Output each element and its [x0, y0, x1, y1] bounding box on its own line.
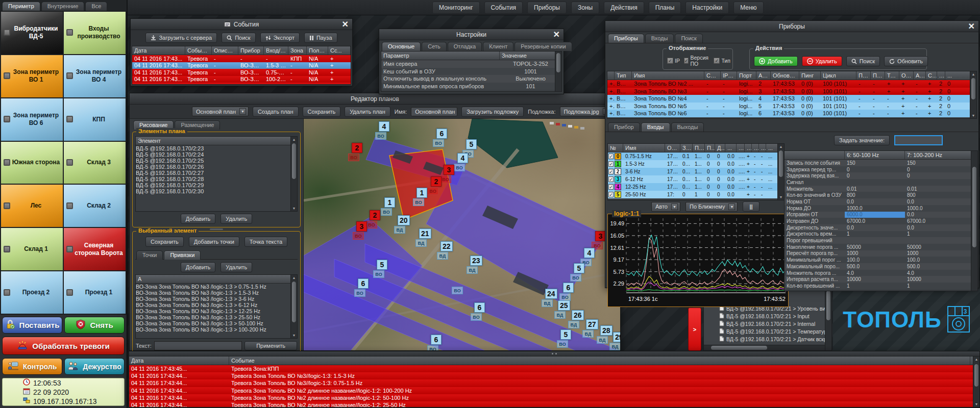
zone-tile[interactable]: Склад 2: [64, 185, 126, 227]
map-marker[interactable]: 6ВО: [563, 283, 574, 301]
plan-element-item[interactable]: ВД-5 @192.168.0.170/2:25: [136, 158, 297, 164]
devices-table-col-header[interactable]: Пинг: [799, 71, 821, 80]
binding-item[interactable]: ВО-Зона Зона Тополь ВО №3 /logic-1:3 > 0…: [136, 284, 297, 290]
device-add-button[interactable]: Добавить: [754, 56, 798, 66]
events-table-row[interactable]: 04 11 2016 17:43Тревога-ВО-Зон50-100-N/A…: [132, 83, 351, 85]
scroll-down-arrow[interactable]: ▼: [291, 206, 297, 211]
param-value-1[interactable]: 0: [845, 172, 905, 179]
plan-editor-titlebar[interactable]: Редактор планов: [130, 93, 620, 105]
binding-item[interactable]: ВО-Зона Зона Тополь ВО №3 /logic-1:3 > 1…: [136, 326, 297, 333]
bindings-list-scrollbar[interactable]: ▲▼: [290, 275, 297, 338]
param-row[interactable]: Интервал расчета п...1000010000: [785, 276, 977, 283]
delete-plan-button[interactable]: Удалить план: [345, 107, 390, 117]
param-value-2[interactable]: 1000: [905, 250, 977, 257]
selected-tab-Привязки[interactable]: Привязки: [164, 250, 201, 260]
log-row[interactable]: 04 11 2016 17:43:44...Тревога Зона Топол…: [129, 387, 979, 394]
zone-checkbox[interactable]: [66, 202, 73, 209]
zone-tile[interactable]: Зона периметр ВО 1: [1, 55, 63, 97]
devices-table-col-header[interactable]: Сер...: [704, 71, 721, 80]
inputs-col-header[interactable]: Имя: [623, 144, 665, 152]
map-marker-alarm[interactable]: 3ВО: [444, 165, 454, 183]
zone-tile[interactable]: Входы производство: [64, 12, 126, 54]
param-value-1[interactable]: 800: [845, 192, 905, 198]
plan-element-item[interactable]: ВД-5 @192.168.0.170/2:24: [136, 151, 297, 158]
input-row[interactable]: ✓23-6 Hz17:...0....1...000.0...+--...: [608, 168, 784, 175]
map-marker[interactable]: 26ВД: [572, 310, 584, 328]
binding-item[interactable]: ВО-Зона Зона Тополь ВО №3 /logic-1:3 > 2…: [136, 314, 297, 320]
settings-scrollbar[interactable]: [555, 52, 561, 91]
events-table-col-header[interactable]: Вход/вы...: [264, 46, 288, 55]
param-row[interactable]: Кол-во значений в ОЗУ800800: [785, 192, 977, 198]
signal-chart[interactable]: logic-1:1 19.4916.0512.619.175.732.2917:…: [607, 214, 789, 307]
params-col-header[interactable]: 6: 50-100 Hz: [845, 151, 905, 159]
display-checkbox-Версия ПО[interactable]: ✓Версия ПО: [684, 55, 709, 67]
settings-table-row[interactable]: Имя сервераTOPOL-3-252: [381, 60, 561, 68]
device-refresh-button[interactable]: Обновить: [884, 56, 928, 66]
param-row[interactable]: Норма ОТ0.00.0: [785, 198, 977, 205]
param-row[interactable]: Кол-во превышений ...11: [785, 283, 977, 289]
map-marker[interactable]: 5ВО: [560, 329, 571, 348]
map-marker[interactable]: 6ВО: [474, 302, 485, 321]
map-marker[interactable]: 28ВД: [600, 325, 612, 344]
inputs-col-header[interactable]: ...: [752, 144, 759, 152]
checkbox-icon[interactable]: ✓: [608, 161, 614, 167]
param-value-1[interactable]: 0: [845, 166, 905, 173]
input-row[interactable]: ✓00.75-1.5 Hz17:...0.11...000.0...+--...: [608, 152, 784, 160]
tree-hscrollbar[interactable]: [704, 345, 825, 350]
zone-checkbox[interactable]: [4, 159, 10, 166]
param-value-2[interactable]: 4.0: [905, 270, 977, 276]
map-marker[interactable]: 4ВО: [584, 248, 595, 266]
param-row[interactable]: Задержка перед тр...00: [785, 166, 977, 173]
settings-table-row[interactable]: Отключить вывод в локальную консольВыклю…: [381, 75, 561, 83]
zone-checkbox[interactable]: [66, 289, 73, 296]
params-scrollbar[interactable]: [971, 151, 977, 291]
param-value-1[interactable]: 1: [845, 283, 905, 289]
scroll-down-arrow[interactable]: ▼: [291, 333, 297, 338]
element-add-button[interactable]: Добавить: [181, 214, 216, 224]
plan-element-item[interactable]: ВД-5 @192.168.0.170/2:28: [136, 176, 297, 182]
selected-tab-Точки[interactable]: Точки: [136, 250, 163, 260]
inputs-col-header[interactable]: П...: [705, 144, 715, 152]
map-marker[interactable]: 20ВД: [398, 215, 410, 234]
devices-table-col-header[interactable]: Цикл: [821, 71, 856, 80]
events-table-col-header[interactable]: Сс...: [328, 46, 351, 55]
zone-tile[interactable]: Проезд 1: [64, 271, 126, 314]
param-value-2[interactable]: 67000.0: [905, 218, 977, 224]
checkbox-icon[interactable]: ✓: [608, 154, 614, 159]
settings-table-row[interactable]: Минимальное время опроса приборов101: [381, 83, 561, 90]
events-table-col-header[interactable]: Дата: [132, 46, 185, 55]
param-row[interactable]: Сигнал: [785, 179, 977, 186]
param-row[interactable]: Дискретность значе...0.00.0: [785, 224, 977, 231]
events-table-col-header[interactable]: Событие: [185, 46, 212, 55]
device-remove-button[interactable]: Удалить: [802, 56, 842, 66]
map-marker[interactable]: 27ВД: [586, 319, 598, 338]
param-row[interactable]: Порог превышений: [785, 237, 977, 244]
map-marker[interactable]: 4ВО: [457, 153, 468, 171]
plan-element-item[interactable]: ВД-5 @192.168.0.170/2:27: [136, 170, 297, 176]
devices-table-row[interactable]: +ВО-...Зона Тополь ВО №4--logi...417:43:…: [607, 95, 976, 103]
menu-item-Приборы[interactable]: Приборы: [527, 2, 567, 14]
load-from-server-button[interactable]: Загрузить с сервера: [145, 33, 217, 43]
devices-table-col-header[interactable]: Порт: [737, 71, 756, 80]
sidebar-tab-Внутренние[interactable]: Внутренние: [41, 2, 85, 11]
close-icon[interactable]: ✕: [553, 30, 560, 39]
zone-checkbox[interactable]: [4, 72, 10, 79]
param-value-2[interactable]: 0: [905, 166, 977, 173]
plan-element-item[interactable]: ВД-5 @192.168.0.170/2:23: [136, 145, 297, 151]
element-remove-button[interactable]: Удалить: [220, 214, 252, 224]
zone-checkbox[interactable]: [4, 246, 10, 252]
close-icon[interactable]: ✕: [342, 19, 349, 29]
param-value-1[interactable]: 10000: [845, 276, 905, 283]
menu-item-Зоны[interactable]: Зоны: [571, 2, 599, 14]
param-value-2[interactable]: 0: [905, 172, 977, 179]
devices-table-row[interactable]: +ВО-...Зона Тополь ВО №5--logi...517:43:…: [607, 103, 976, 110]
events-table-col-header[interactable]: Пользов...: [307, 46, 328, 55]
param-row[interactable]: Дискретность врем...11: [785, 231, 977, 238]
events-table-row[interactable]: 04 11 2016 17:43...Тревога-ВО-Зон...1.5-…: [132, 62, 351, 69]
param-value-1[interactable]: 6000.0: [845, 212, 905, 218]
menu-item-Действия[interactable]: Действия: [604, 2, 644, 14]
disarm-button[interactable]: Снять: [64, 317, 125, 334]
zone-tile[interactable]: Вибродатчики ВД-5: [1, 12, 63, 54]
map-marker[interactable]: ВО: [452, 286, 463, 294]
binding-item[interactable]: ВО-Зона Зона Тополь ВО №3 /logic-1:3 > 5…: [136, 320, 297, 326]
